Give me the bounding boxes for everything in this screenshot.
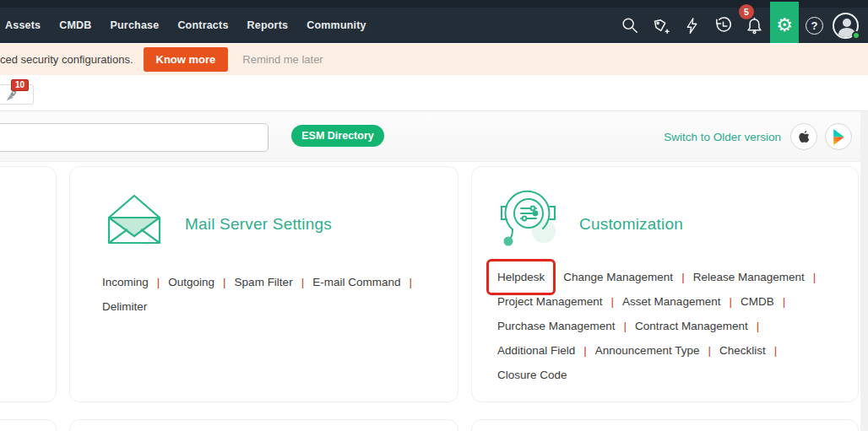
link-closure-code[interactable]: Closure Code [497, 369, 567, 381]
top-navbar: AssetsCMDBPurchaseContractsReportsCommun… [0, 0, 868, 43]
switch-older-version-link[interactable]: Switch to Older version [664, 131, 781, 143]
help-icon[interactable]: ? [799, 8, 830, 43]
quick-add-icon[interactable] [645, 8, 676, 43]
settings-content: Mail Server Settings Incoming|Outgoing|S… [0, 162, 868, 431]
card-middle-row2 [69, 419, 458, 431]
nav-item-reports[interactable]: Reports [247, 19, 289, 31]
card-left-cutoff [0, 166, 57, 402]
app-store-button[interactable] [790, 123, 817, 150]
mail-server-settings-title: Mail Server Settings [185, 215, 332, 234]
pipe-separator: | [708, 344, 711, 357]
settings-gear-icon[interactable]: ⚙ [770, 2, 799, 43]
online-status-dot [852, 31, 860, 40]
card-right-row2 [471, 419, 859, 431]
link-cmdb[interactable]: CMDB [741, 295, 774, 308]
settings-search-input[interactable] [0, 123, 269, 152]
esm-directory-button[interactable]: ESM Directory [291, 125, 384, 147]
notification-count-badge: 5 [739, 4, 754, 19]
link-release-management[interactable]: Release Management [693, 271, 805, 283]
link-asset-management[interactable]: Asset Management [622, 295, 720, 308]
pipe-separator: | [681, 271, 685, 283]
remind-me-later-link[interactable]: Remind me later [242, 53, 323, 66]
pipe-separator: | [301, 276, 305, 288]
link-additional-field[interactable]: Additional Field [497, 344, 575, 357]
pipe-separator: | [611, 295, 615, 308]
banner-message: ced security configurations. [0, 53, 133, 66]
notifications-bell-icon[interactable]: 5 [739, 8, 770, 43]
pipe-separator: | [409, 276, 412, 288]
link-e-mail-command[interactable]: E-mail Command [312, 276, 400, 288]
link-checklist[interactable]: Checklist [719, 344, 766, 357]
pipe-separator: | [624, 320, 627, 332]
google-play-button[interactable] [825, 123, 852, 150]
recent-items-icon[interactable] [708, 8, 739, 43]
link-incoming[interactable]: Incoming [102, 276, 149, 288]
nav-item-contracts[interactable]: Contracts [177, 19, 228, 31]
mail-server-settings-card: Mail Server Settings Incoming|Outgoing|S… [69, 166, 458, 402]
link-outgoing[interactable]: Outgoing [168, 276, 214, 288]
mail-links: Incoming|Outgoing|Spam Filter|E-mail Com… [102, 270, 448, 319]
know-more-button[interactable]: Know more [144, 47, 229, 72]
customization-links: HelpdeskChange Management|Release Manage… [497, 265, 852, 387]
announcement-count-badge: 10 [11, 79, 29, 91]
card-left-cutoff-row2 [0, 419, 57, 431]
pipe-separator: | [157, 276, 160, 288]
pipe-separator: | [757, 320, 760, 332]
customization-icon [496, 184, 561, 250]
mail-icon [102, 189, 166, 250]
link-delimiter[interactable]: Delimiter [102, 300, 147, 313]
main-menu: AssetsCMDBPurchaseContractsReportsCommun… [5, 8, 366, 43]
pipe-separator: | [783, 295, 786, 308]
search-icon[interactable] [614, 8, 645, 43]
link-change-management[interactable]: Change Management [563, 271, 673, 283]
scrollbar-track[interactable] [860, 111, 868, 431]
customization-title: Customization [579, 215, 683, 234]
topbar-icons: 5 ⚙ ? [614, 8, 861, 43]
nav-item-community[interactable]: Community [307, 19, 366, 31]
pipe-separator: | [729, 295, 732, 308]
user-avatar[interactable] [830, 8, 861, 43]
link-purchase-management[interactable]: Purchase Management [497, 320, 616, 332]
nav-item-assets[interactable]: Assets [5, 19, 41, 31]
link-announcement-type[interactable]: Announcement Type [595, 344, 700, 357]
security-notice-banner: ced security configurations. Know more R… [0, 44, 868, 75]
link-contract-management[interactable]: Contract Management [635, 320, 748, 332]
pipe-separator: | [813, 271, 816, 283]
google-play-icon [832, 129, 846, 145]
quick-actions-icon[interactable] [676, 8, 708, 43]
nav-item-cmdb[interactable]: CMDB [59, 19, 91, 31]
pipe-separator: | [583, 344, 587, 357]
link-spam-filter[interactable]: Spam Filter [235, 276, 293, 288]
settings-toolbar: ESM Directory Switch to Older version [0, 111, 868, 162]
pipe-separator: | [223, 276, 226, 288]
customization-card: Customization HelpdeskChange Management|… [471, 166, 859, 402]
window-top-strip [0, 0, 868, 8]
apple-icon [797, 129, 811, 144]
link-project-management[interactable]: Project Management [497, 295, 603, 308]
pipe-separator: | [774, 344, 778, 357]
nav-item-purchase[interactable]: Purchase [111, 19, 160, 31]
